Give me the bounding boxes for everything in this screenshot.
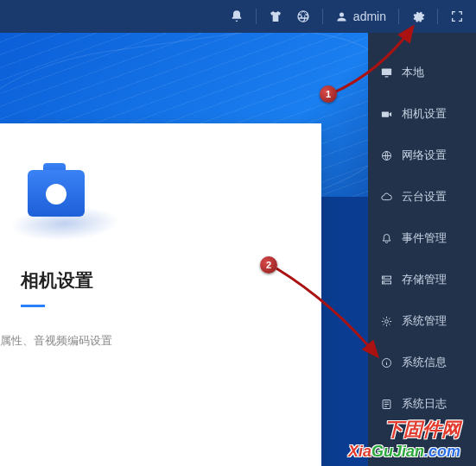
card-description: 属性、音视频编码设置 bbox=[0, 333, 321, 349]
topbar: admin bbox=[0, 0, 476, 33]
svg-point-7 bbox=[384, 281, 384, 282]
watermark-en: XiaGuJian.com bbox=[348, 443, 460, 461]
svg-point-8 bbox=[385, 319, 389, 323]
monitor-icon bbox=[380, 66, 393, 79]
shirt-icon[interactable] bbox=[263, 4, 288, 28]
separator bbox=[437, 9, 438, 24]
menu-item-storage[interactable]: 存储管理 bbox=[368, 259, 476, 300]
bell-icon bbox=[380, 232, 393, 245]
svg-rect-2 bbox=[382, 111, 389, 116]
menu-label: 系统日志 bbox=[402, 396, 447, 412]
menu-item-network[interactable]: 网络设置 bbox=[368, 135, 476, 176]
separator bbox=[398, 9, 399, 24]
user-label: admin bbox=[353, 9, 386, 23]
user-icon bbox=[335, 10, 348, 23]
menu-label: 存储管理 bbox=[402, 272, 447, 287]
watermark: 下固件网 XiaGuJian.com bbox=[348, 417, 460, 461]
separator bbox=[322, 9, 323, 24]
menu-label: 本地 bbox=[402, 65, 424, 80]
menu-label: 事件管理 bbox=[402, 230, 447, 246]
annotation-marker-2: 2 bbox=[260, 256, 277, 274]
log-icon bbox=[380, 398, 393, 411]
cloud-icon bbox=[380, 191, 393, 204]
user-menu[interactable]: admin bbox=[330, 9, 391, 23]
gear-icon bbox=[380, 315, 393, 328]
settings-sidemenu: 本地 相机设置 网络设置 云台设置 事件管理 存储管理 系统管理 系统信息 系统… bbox=[368, 33, 476, 466]
globe-icon[interactable] bbox=[291, 4, 315, 28]
svg-point-6 bbox=[384, 277, 384, 278]
title-underline bbox=[21, 305, 45, 307]
menu-item-event[interactable]: 事件管理 bbox=[368, 217, 476, 259]
bell-icon[interactable] bbox=[225, 4, 249, 28]
menu-label: 网络设置 bbox=[402, 148, 447, 163]
card-title: 相机设置 bbox=[21, 268, 321, 293]
info-icon bbox=[380, 356, 393, 369]
svg-rect-0 bbox=[382, 68, 391, 75]
menu-item-sysinfo[interactable]: 系统信息 bbox=[368, 342, 476, 383]
camcorder-icon bbox=[380, 108, 393, 121]
globe-icon bbox=[380, 149, 393, 162]
menu-label: 系统信息 bbox=[402, 355, 447, 370]
menu-label: 云台设置 bbox=[402, 189, 447, 205]
menu-item-camera[interactable]: 相机设置 bbox=[368, 93, 476, 135]
fullscreen-icon[interactable] bbox=[445, 4, 469, 28]
content-card: 相机设置 属性、音视频编码设置 bbox=[0, 123, 321, 466]
menu-item-system[interactable]: 系统管理 bbox=[368, 300, 476, 342]
annotation-marker-1: 1 bbox=[320, 85, 337, 103]
svg-rect-1 bbox=[385, 76, 389, 77]
camera-icon bbox=[17, 165, 112, 234]
menu-label: 系统管理 bbox=[402, 313, 447, 329]
menu-item-local[interactable]: 本地 bbox=[368, 52, 476, 93]
storage-icon bbox=[380, 274, 393, 287]
separator bbox=[256, 9, 257, 24]
menu-label: 相机设置 bbox=[402, 106, 447, 122]
menu-item-ptz[interactable]: 云台设置 bbox=[368, 176, 476, 217]
watermark-cn: 下固件网 bbox=[348, 417, 460, 443]
gear-icon[interactable] bbox=[406, 4, 430, 28]
